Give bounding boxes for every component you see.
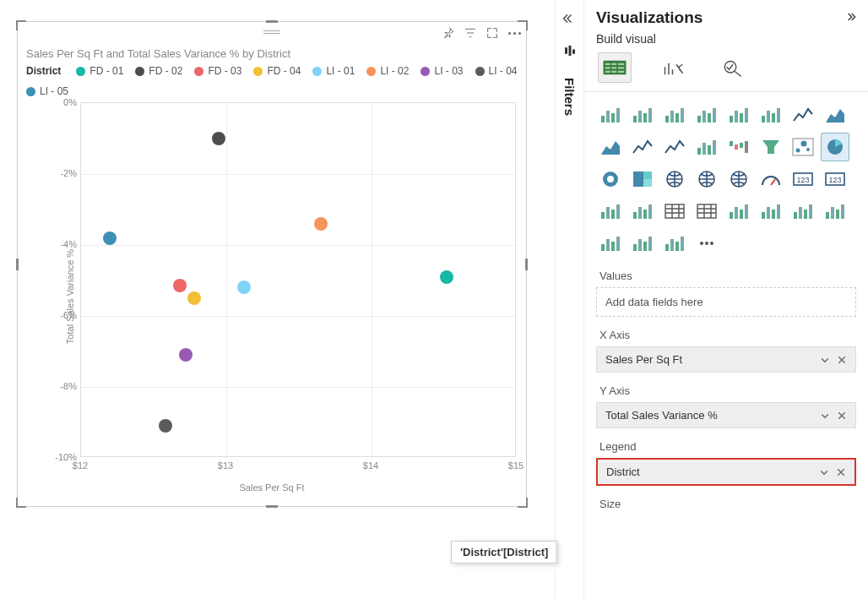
viz-type-card[interactable]: 123 [789, 165, 817, 193]
viz-type-scatter[interactable] [789, 133, 817, 161]
resize-handle-right[interactable] [525, 259, 528, 270]
viz-type-ribbon[interactable] [692, 133, 721, 161]
svg-rect-33 [772, 113, 775, 123]
remove-field-icon[interactable] [837, 411, 847, 421]
data-point[interactable] [173, 279, 187, 292]
viz-type-line-stacked-column[interactable] [660, 133, 689, 161]
viz-type-line[interactable] [789, 101, 817, 129]
legend-item[interactable]: LI - 02 [366, 65, 409, 77]
viz-type-line-clustered-column[interactable] [628, 133, 657, 161]
expand-pane-icon[interactable] [843, 10, 856, 26]
data-point[interactable] [212, 132, 225, 145]
viz-type-clustered-bar[interactable] [628, 101, 657, 129]
svg-rect-39 [730, 141, 733, 146]
data-point[interactable] [103, 231, 117, 245]
svg-rect-84 [836, 210, 839, 219]
viz-type-treemap[interactable] [628, 165, 657, 193]
tab-analytics[interactable] [716, 52, 750, 83]
legend-label: LI - 03 [434, 65, 463, 77]
viz-type-narrative[interactable] [821, 197, 849, 226]
resize-handle-bottom[interactable] [266, 505, 278, 508]
viz-type-stacked-column[interactable] [724, 101, 753, 129]
collapse-pane-icon[interactable] [561, 10, 578, 27]
viz-type-powerapps[interactable] [628, 229, 657, 258]
viz-type-stacked-column-100[interactable] [757, 101, 785, 129]
chevron-down-icon[interactable] [819, 467, 829, 477]
pin-icon[interactable] [442, 26, 455, 40]
viz-type-stacked-bar-100[interactable] [660, 101, 689, 129]
svg-rect-69 [697, 204, 716, 218]
filters-pane-label[interactable]: Filters [562, 78, 577, 116]
viz-type-donut[interactable] [596, 165, 625, 193]
svg-point-46 [806, 148, 810, 151]
remove-field-icon[interactable] [837, 355, 847, 365]
svg-rect-65 [638, 207, 642, 219]
legend-item[interactable]: LI - 04 [475, 65, 518, 77]
legend-item[interactable]: LI - 01 [312, 65, 355, 77]
resize-handle-left[interactable] [16, 259, 19, 270]
viz-type-more[interactable] [692, 229, 721, 258]
viz-type-stacked-area[interactable] [596, 133, 625, 161]
viz-type-r-visual[interactable] [724, 197, 753, 226]
svg-rect-32 [767, 111, 770, 123]
data-point[interactable] [314, 217, 328, 231]
chevron-down-icon[interactable] [820, 355, 830, 365]
viz-type-area[interactable] [821, 101, 849, 129]
filters-pane-icon[interactable] [561, 42, 578, 59]
field-pill-legend[interactable]: District [596, 458, 856, 486]
viz-type-clustered-column[interactable] [692, 101, 721, 129]
resize-handle-bl[interactable] [16, 498, 26, 508]
data-point[interactable] [237, 280, 251, 294]
legend-item[interactable]: FD - 01 [76, 65, 123, 77]
svg-rect-1 [605, 63, 610, 65]
scatter-plot[interactable] [80, 102, 516, 457]
focus-mode-icon[interactable] [486, 26, 499, 40]
field-well-values[interactable]: Add data fields here [596, 287, 856, 317]
more-options-icon[interactable] [507, 26, 521, 40]
svg-rect-80 [804, 210, 807, 219]
viz-type-paginated[interactable] [596, 229, 625, 258]
tab-build-visual[interactable] [598, 52, 632, 83]
viz-type-matrix[interactable] [692, 197, 721, 226]
viz-type-map[interactable] [660, 165, 689, 193]
resize-handle-br[interactable] [518, 498, 528, 508]
legend-dot [312, 67, 322, 76]
viz-type-waterfall[interactable] [724, 133, 753, 161]
data-point[interactable] [187, 291, 201, 305]
legend-item[interactable]: LI - 05 [26, 85, 68, 97]
viz-type-azure-map[interactable] [724, 165, 753, 193]
data-point[interactable] [179, 348, 193, 362]
viz-type-slicer[interactable] [628, 197, 657, 226]
filter-icon[interactable] [464, 26, 477, 40]
viz-type-table[interactable] [660, 197, 689, 226]
legend-item[interactable]: FD - 04 [253, 65, 301, 77]
field-pill-xaxis[interactable]: Sales Per Sq Ft [596, 346, 856, 373]
legend-item[interactable]: FD - 02 [135, 65, 182, 77]
viz-type-pie[interactable] [821, 133, 849, 161]
svg-rect-42 [745, 141, 748, 153]
viz-type-stacked-bar[interactable] [596, 101, 625, 129]
data-point[interactable] [440, 270, 453, 284]
viz-type-gauge[interactable] [757, 165, 785, 193]
data-point[interactable] [159, 419, 172, 433]
legend-item[interactable]: LI - 03 [420, 65, 463, 77]
viz-type-multi-row-card[interactable]: 123 [821, 165, 849, 193]
x-tick-label: $15 [508, 460, 524, 471]
tab-format-visual[interactable] [657, 52, 691, 83]
chevron-down-icon[interactable] [820, 411, 830, 421]
visual-container[interactable]: Sales Per Sq Ft and Total Sales Variance… [17, 21, 527, 507]
viz-type-automate[interactable] [660, 229, 689, 258]
svg-rect-90 [633, 244, 637, 251]
legend-item[interactable]: FD - 03 [194, 65, 241, 77]
svg-rect-75 [767, 207, 770, 219]
viz-type-decomposition-tree[interactable] [757, 197, 785, 226]
viz-type-qa[interactable] [789, 197, 817, 226]
field-pill-yaxis[interactable]: Total Sales Variance % [596, 402, 856, 428]
build-visual-label: Build visual [596, 32, 856, 46]
remove-field-icon[interactable] [836, 467, 846, 477]
svg-rect-66 [643, 210, 647, 219]
viz-type-filled-map[interactable] [692, 165, 721, 193]
viz-type-kpi[interactable] [596, 197, 625, 226]
viz-type-funnel[interactable] [757, 133, 785, 161]
drag-handle[interactable] [263, 30, 280, 35]
